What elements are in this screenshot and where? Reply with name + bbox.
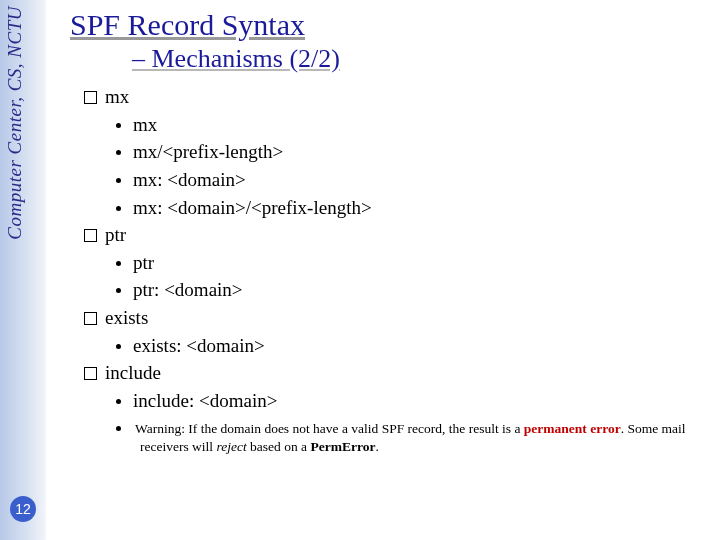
dot-bullet-icon xyxy=(116,206,121,211)
dot-bullet-icon xyxy=(116,123,121,128)
list-item: exists: <domain> xyxy=(116,333,700,359)
list-item: include: <domain> xyxy=(116,388,700,414)
list-item: mx: <domain> xyxy=(116,167,700,193)
list-item-text: exists: <domain> xyxy=(133,335,265,356)
list-item: mx/<prefix-length> xyxy=(116,139,700,165)
sidebar-org-text: Computer Center, CS, NCTU xyxy=(4,6,26,240)
square-bullet-icon xyxy=(84,312,97,325)
section-heading-text: ptr xyxy=(105,224,126,245)
dot-bullet-icon xyxy=(116,426,121,431)
list-item-text: ptr: <domain> xyxy=(133,279,243,300)
dot-bullet-icon xyxy=(116,288,121,293)
section-heading-text: exists xyxy=(105,307,148,328)
list-item-text: mx: <domain> xyxy=(133,169,246,190)
warning-text: Warning: If the domain does not have a v… xyxy=(135,421,524,436)
slide-body: mx mx mx/<prefix-length> mx: <domain> mx… xyxy=(82,84,700,456)
list-item: ptr: <domain> xyxy=(116,277,700,303)
square-bullet-icon xyxy=(84,367,97,380)
list-item-text: mx: <domain>/<prefix-length> xyxy=(133,197,372,218)
list-item-text: mx/<prefix-length> xyxy=(133,141,283,162)
warning-text: based on a xyxy=(247,439,311,454)
section-heading: mx xyxy=(84,84,700,110)
slide-title: SPF Record Syntax xyxy=(70,8,700,42)
list-item: mx xyxy=(116,112,700,138)
warning-text: . xyxy=(375,439,378,454)
warning-permanent-error: permanent error xyxy=(524,421,621,436)
list-item-text: ptr xyxy=(133,252,154,273)
sidebar-gradient: Computer Center, CS, NCTU xyxy=(0,0,46,540)
section-heading-text: mx xyxy=(105,86,129,107)
warning-note: Warning: If the domain does not have a v… xyxy=(140,420,700,456)
dot-bullet-icon xyxy=(116,399,121,404)
list-item: ptr xyxy=(116,250,700,276)
list-item-text: mx xyxy=(133,114,157,135)
section-heading: ptr xyxy=(84,222,700,248)
slide-subtitle: – Mechanisms (2/2) xyxy=(132,44,700,74)
dot-bullet-icon xyxy=(116,150,121,155)
dot-bullet-icon xyxy=(116,261,121,266)
list-item-text: include: <domain> xyxy=(133,390,277,411)
slide-content: SPF Record Syntax – Mechanisms (2/2) mx … xyxy=(70,8,700,456)
section-heading: exists xyxy=(84,305,700,331)
dot-bullet-icon xyxy=(116,178,121,183)
warning-reject: reject xyxy=(216,439,246,454)
square-bullet-icon xyxy=(84,91,97,104)
list-item: mx: <domain>/<prefix-length> xyxy=(116,195,700,221)
square-bullet-icon xyxy=(84,229,97,242)
warning-permerror: PermError xyxy=(310,439,375,454)
page-number-badge: 12 xyxy=(10,496,36,522)
section-heading-text: include xyxy=(105,362,161,383)
dot-bullet-icon xyxy=(116,344,121,349)
section-heading: include xyxy=(84,360,700,386)
